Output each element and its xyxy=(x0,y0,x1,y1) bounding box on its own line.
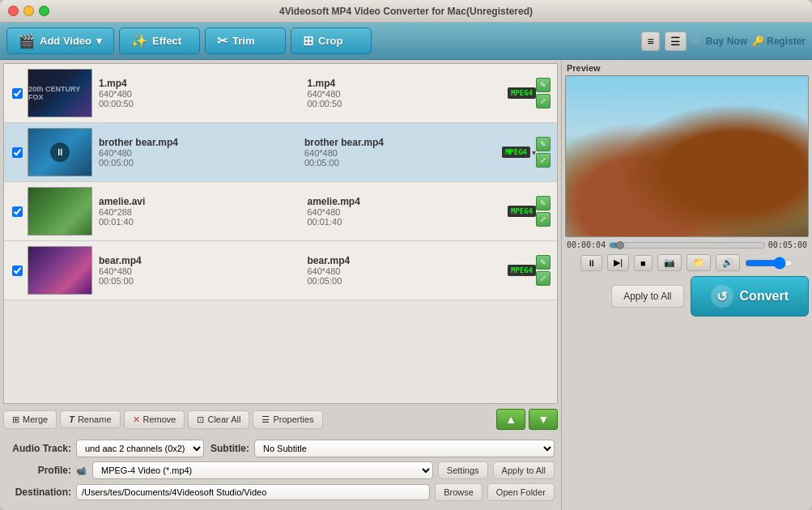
clear-all-label: Clear All xyxy=(207,414,240,424)
row-4-output-duration: 00:05:00 xyxy=(307,276,507,286)
row-4-thumbnail xyxy=(28,246,92,295)
rename-button[interactable]: T Rename xyxy=(60,410,120,428)
clear-all-button[interactable]: ⊡ Clear All xyxy=(188,410,249,429)
subtitle-select[interactable]: No Subtitle xyxy=(254,440,555,457)
list-view-button[interactable]: ≡ xyxy=(641,32,659,51)
apply-to-all-convert-button[interactable]: Apply to All xyxy=(611,285,683,308)
apply-to-all-button[interactable]: Apply to All xyxy=(493,461,555,479)
properties-button[interactable]: ☰ Properties xyxy=(253,410,322,429)
merge-icon: ⊞ xyxy=(12,414,19,425)
settings-button[interactable]: Settings xyxy=(438,461,488,479)
close-button[interactable] xyxy=(8,6,19,16)
table-row[interactable]: 20th CENTURY FOX 1.mp4 640*480 00:00:50 … xyxy=(4,64,557,123)
row-1-output-res: 640*480 xyxy=(307,89,507,99)
stop-button[interactable]: ■ xyxy=(634,255,653,271)
volume-slider[interactable] xyxy=(745,257,793,270)
register-button[interactable]: 🔑 Register xyxy=(752,36,806,47)
buy-now-button[interactable]: 🛒 Buy Now xyxy=(691,36,747,47)
effect-button[interactable]: ✨ Effect xyxy=(119,28,200,54)
remove-button[interactable]: ✕ Remove xyxy=(124,410,185,429)
row-2-format-selector: MPEG4 ▾ xyxy=(502,147,536,158)
preview-progress-bar-row: 00:00:04 00:05:00 xyxy=(565,237,809,253)
step-forward-button[interactable]: ▶| xyxy=(607,254,629,271)
maximize-button[interactable] xyxy=(39,6,49,16)
add-video-label: Add Video xyxy=(40,35,91,47)
convert-section: Apply to All ↺ Convert xyxy=(565,276,809,317)
register-icon: 🔑 xyxy=(752,36,764,47)
destination-input[interactable] xyxy=(76,484,430,500)
preview-time-current: 00:00:04 xyxy=(567,240,606,249)
open-media-button[interactable]: 📁 xyxy=(687,254,711,271)
row-4-output-res: 640*480 xyxy=(307,266,507,276)
row-3-resize-button[interactable]: ⤢ xyxy=(536,212,551,227)
merge-button[interactable]: ⊞ Merge xyxy=(3,410,57,429)
open-folder-button[interactable]: Open Folder xyxy=(487,483,555,501)
row-4-format: MPEG4 xyxy=(508,265,536,276)
row-3-actions: ✎ ⤢ xyxy=(536,196,551,227)
row-3-source-info: amelie.avi 640*288 00:01:40 xyxy=(99,196,299,227)
clear-icon: ⊡ xyxy=(197,414,204,425)
audio-track-select[interactable]: und aac 2 channels (0x2) xyxy=(76,440,204,457)
table-row[interactable]: amelie.avi 640*288 00:01:40 amelie.mp4 6… xyxy=(4,182,557,241)
trim-icon: ✂ xyxy=(217,33,227,49)
profile-select[interactable]: MPEG-4 Video (*.mp4) xyxy=(92,461,433,479)
add-video-button[interactable]: 🎬 Add Video ▾ xyxy=(6,28,114,54)
row-4-output-info: bear.mp4 640*480 00:05:00 xyxy=(299,255,507,286)
row-4-resize-button[interactable]: ⤢ xyxy=(536,271,551,286)
bottom-controls: Audio Track: und aac 2 channels (0x2) Su… xyxy=(0,435,561,510)
convert-icon: ↺ xyxy=(711,285,733,308)
row-1-checkbox[interactable] xyxy=(12,88,23,99)
profile-icon: 📹 xyxy=(76,466,86,475)
row-3-output-name: amelie.mp4 xyxy=(307,196,507,207)
move-down-button[interactable]: ▼ xyxy=(529,409,558,430)
row-2-edit-button[interactable]: ✎ xyxy=(536,137,551,151)
main-content: 20th CENTURY FOX 1.mp4 640*480 00:00:50 … xyxy=(0,60,812,510)
row-3-source-duration: 00:01:40 xyxy=(99,217,299,227)
row-3-output-duration: 00:01:40 xyxy=(307,217,507,227)
trim-button[interactable]: ✂ Trim xyxy=(205,28,286,54)
preview-panel: Preview 00:00:04 00:05:00 ⏸ ▶| ■ 📷 📁 🔊 xyxy=(561,60,812,510)
move-up-button[interactable]: ▲ xyxy=(496,409,525,430)
effect-label: Effect xyxy=(152,35,181,47)
row-1-edit-button[interactable]: ✎ xyxy=(536,78,551,92)
row-2-format: MPEG4 xyxy=(502,147,530,158)
browse-button[interactable]: Browse xyxy=(435,483,483,501)
main-window: 4Videosoft MP4 Video Converter for Mac(U… xyxy=(0,0,812,510)
row-1-source-name: 1.mp4 xyxy=(99,78,299,89)
row-2-output-info: brother bear.mp4 640*480 00:05:00 xyxy=(296,137,502,168)
table-row[interactable]: ⏸ brother bear.mp4 640*480 00:05:00 brot… xyxy=(4,123,557,182)
row-1-format: MPEG4 xyxy=(508,87,536,99)
row-2-resize-button[interactable]: ⤢ xyxy=(536,153,551,168)
row-3-edit-button[interactable]: ✎ xyxy=(536,196,551,210)
properties-label: Properties xyxy=(273,414,313,424)
toolbar: 🎬 Add Video ▾ ✨ Effect ✂ Trim ⊞ Crop ≡ ☰… xyxy=(0,23,812,60)
volume-button[interactable]: 🔊 xyxy=(716,254,740,271)
row-3-output-res: 640*480 xyxy=(307,207,507,217)
minimize-button[interactable] xyxy=(23,6,34,16)
row-3-thumbnail xyxy=(28,187,92,236)
detail-view-button[interactable]: ☰ xyxy=(665,32,687,51)
preview-time-total: 00:05:00 xyxy=(768,240,807,249)
destination-row: Destination: Browse Open Folder xyxy=(6,483,555,501)
row-3-format: MPEG4 xyxy=(508,206,536,217)
crop-button[interactable]: ⊞ Crop xyxy=(291,28,372,54)
row-2-checkbox[interactable] xyxy=(12,147,23,158)
pause-button[interactable]: ⏸ xyxy=(580,255,602,271)
row-2-output-res: 640*480 xyxy=(304,148,502,158)
crop-label: Crop xyxy=(318,35,342,47)
row-3-output-info: amelie.mp4 640*480 00:01:40 xyxy=(299,196,507,227)
buy-icon: 🛒 xyxy=(691,36,704,47)
row-4-source-info: bear.mp4 640*480 00:05:00 xyxy=(99,255,299,286)
title-bar: 4Videosoft MP4 Video Converter for Mac(U… xyxy=(0,0,812,23)
preview-progress-handle[interactable] xyxy=(616,241,624,249)
preview-progress-bar[interactable] xyxy=(609,242,765,249)
row-4-edit-button[interactable]: ✎ xyxy=(536,255,551,270)
screenshot-button[interactable]: 📷 xyxy=(657,254,682,271)
row-1-resize-button[interactable]: ⤢ xyxy=(536,94,551,108)
buy-label: Buy Now xyxy=(706,36,747,47)
table-row[interactable]: bear.mp4 640*480 00:05:00 bear.mp4 640*4… xyxy=(4,241,557,300)
row-4-checkbox[interactable] xyxy=(12,266,23,276)
row-3-checkbox[interactable] xyxy=(12,206,23,217)
convert-button[interactable]: ↺ Convert xyxy=(691,276,809,317)
merge-label: Merge xyxy=(23,414,48,424)
